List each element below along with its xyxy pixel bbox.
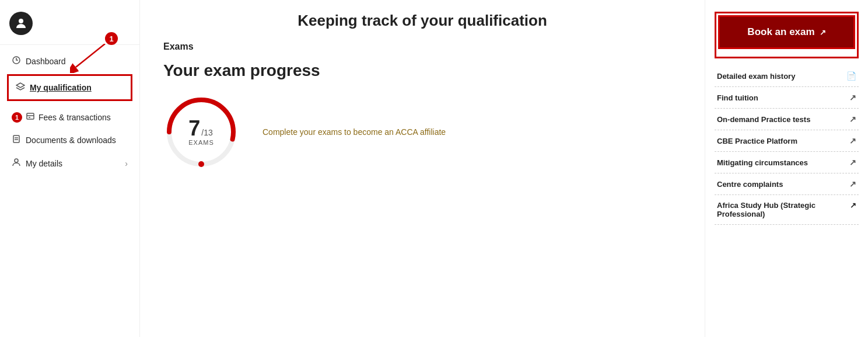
external-link-africa-icon: ↗: [850, 201, 856, 210]
sidebar-item-dashboard-label: Dashboard: [26, 57, 66, 66]
section-label: Exams: [163, 41, 681, 52]
link-detailed-exam-history[interactable]: Detailed exam history 📄: [715, 65, 859, 87]
book-exam-label: Book an exam: [747, 26, 814, 38]
user-area: [0, 12, 139, 45]
sidebar-item-fees-label: Fees & transactions: [38, 113, 111, 122]
sidebar-item-my-qualification-wrapper: My qualification: [7, 74, 132, 101]
svg-rect-7: [13, 136, 19, 143]
document-icon: 📄: [846, 71, 856, 81]
link-centre-complaints[interactable]: Centre complaints ↗: [715, 173, 859, 195]
svg-point-13: [198, 161, 204, 167]
sidebar: 1 Dashboard: [0, 0, 140, 337]
external-link-icon: ↗: [820, 28, 826, 37]
on-demand-practice-label: On-demand Practice tests: [717, 115, 810, 124]
external-link-cbe-icon: ↗: [849, 136, 856, 145]
sidebar-item-my-details-label: My details: [26, 159, 62, 168]
fees-badge: 1: [12, 112, 22, 123]
main-content: Keeping track of your qualification Exam…: [140, 0, 705, 337]
progress-number: 7: [188, 118, 200, 139]
link-africa-study-hub[interactable]: Africa Study Hub (Strategic Professional…: [715, 195, 859, 225]
documents-icon: [12, 134, 21, 146]
external-link-find-tuition-icon: ↗: [849, 93, 856, 102]
link-mitigating-circumstances[interactable]: Mitigating circumstances ↗: [715, 152, 859, 173]
cbe-practice-label: CBE Practice Platform: [717, 137, 797, 145]
svg-line-2: [76, 44, 105, 67]
svg-point-0: [19, 19, 23, 23]
progress-fraction: /13: [201, 128, 212, 137]
right-links: Detailed exam history 📄 Find tuition ↗ O…: [715, 65, 859, 225]
progress-unit-label: EXAMS: [188, 139, 214, 146]
external-link-mitigating-icon: ↗: [849, 158, 856, 167]
qualification-icon: [16, 82, 25, 93]
progress-circle: 7 /13 EXAMS: [163, 94, 239, 170]
progress-text: 7 /13 EXAMS: [188, 118, 214, 146]
dashboard-icon: [12, 55, 21, 67]
africa-study-hub-label: Africa Study Hub (Strategic Professional…: [717, 201, 850, 218]
link-find-tuition[interactable]: Find tuition ↗: [715, 87, 859, 109]
chevron-right-icon: ›: [125, 159, 128, 168]
book-exam-wrapper: Book an exam ↗: [715, 12, 859, 58]
find-tuition-label: Find tuition: [717, 93, 758, 102]
annotation-1-arrow: [70, 44, 117, 73]
centre-complaints-label: Centre complaints: [717, 180, 783, 189]
link-on-demand-practice[interactable]: On-demand Practice tests ↗: [715, 109, 859, 130]
external-link-practice-icon: ↗: [849, 114, 856, 124]
exam-progress-heading: Your exam progress: [163, 61, 681, 80]
svg-rect-4: [27, 113, 34, 119]
external-link-complaints-icon: ↗: [849, 179, 856, 189]
annotation-1-badge: 1: [105, 32, 118, 45]
fees-icon: [26, 112, 35, 123]
progress-message: Complete your exams to become an ACCA af…: [262, 127, 446, 137]
my-details-icon: [12, 158, 21, 169]
detailed-exam-history-label: Detailed exam history: [717, 72, 795, 81]
sidebar-item-my-qualification[interactable]: My qualification: [11, 78, 128, 97]
sidebar-item-my-qualification-label: My qualification: [30, 83, 92, 92]
sidebar-item-documents[interactable]: Documents & downloads: [0, 128, 139, 152]
avatar: [9, 12, 33, 35]
sidebar-item-fees[interactable]: 1 Fees & transactions: [0, 106, 139, 128]
link-cbe-practice[interactable]: CBE Practice Platform ↗: [715, 130, 859, 152]
right-panel: 2 Book an exam ↗ Detailed exam history: [705, 0, 868, 337]
mitigating-circumstances-label: Mitigating circumstances: [717, 158, 808, 167]
sidebar-item-my-details[interactable]: My details ›: [0, 152, 139, 175]
sidebar-item-documents-label: Documents & downloads: [26, 136, 116, 145]
book-exam-button[interactable]: Book an exam ↗: [718, 15, 855, 49]
svg-point-10: [15, 159, 18, 162]
page-title: Keeping track of your qualification: [163, 12, 681, 30]
exam-progress-container: 7 /13 EXAMS Complete your exams to becom…: [163, 94, 681, 170]
